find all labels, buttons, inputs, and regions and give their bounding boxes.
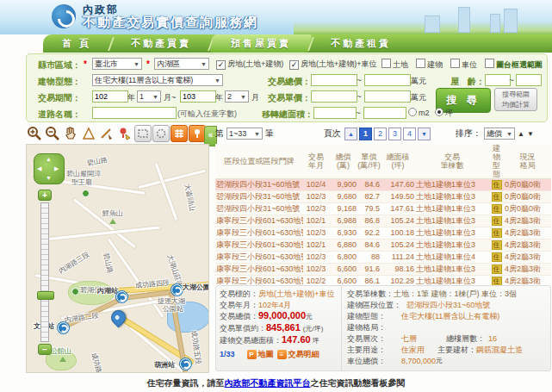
unit-price-min-input[interactable] [311,90,357,103]
wan-unit: 萬元 [411,76,426,87]
nav-tab-realestate-sale[interactable]: 不動產買賣 [112,34,210,53]
rect-select-icon[interactable] [134,125,152,142]
radio-ping[interactable]: 坪 [435,108,453,119]
map-road [73,198,136,248]
area-max-input[interactable] [363,107,406,119]
table-row[interactable]: 康寧段三小段601~630地號102/36,80088111.24土地1建物1車… [215,252,551,264]
map-label: 聖王廟 [71,177,92,187]
checkbox-parking[interactable]: 車位 [450,59,477,71]
period-year-from-input[interactable] [92,90,128,103]
checkbox-building[interactable]: 建物 [416,59,443,71]
date-value: 102年4月 [258,300,291,310]
map-pan-control[interactable]: ▲ ▼ ◀ ▶ [34,153,65,184]
cadastral-layer-icon[interactable] [171,125,188,142]
table-row[interactable]: 康寧段三小段601~630地號102/36,93092.2100.18土地1建物… [215,227,551,240]
sort-label: 排序： [456,128,481,140]
table-row[interactable]: 康寧段三小段601~630地號102/16,88084.6105.24土地1建物… [215,240,551,252]
col-total: 總價(萬) [329,144,357,179]
table-row[interactable]: 碧湖段四小段31~60地號102/39,68082.7149.50土地1建物1車… [215,191,551,203]
checkbox-icon [450,59,460,68]
nav-tab-home[interactable]: 首 頁 [43,34,110,53]
col-type: 建物型態 [489,144,504,179]
mountain-icon [59,357,66,362]
map-label: 碧山路 [102,252,115,274]
period-year-to-input[interactable] [180,90,216,103]
floors-label: 總樓層數： [446,333,485,344]
slider-handle[interactable] [37,291,54,300]
period-month-from-select[interactable]: 1▼ [137,90,161,103]
page-button-1[interactable]: 1 [359,128,372,140]
moi-platform-link[interactable]: 內政部不動產資訊平台 [225,378,311,388]
table-row[interactable]: 碧湖段四小段31~60地號102/49,90084.6147.60土地1建物1車… [215,179,551,191]
transaction-detail-button[interactable]: ≡交易明細 [277,349,319,359]
road-name-input[interactable] [92,107,177,119]
map-canvas[interactable]: 碧山路 碧山巖開漳 聖王廟 鯉魚山 大崙頭山 碧山路 內湖路三段 碧湖公園 內湖… [26,144,209,373]
pan-left-icon[interactable]: ◀ [37,165,41,172]
slider-zoom-out-button[interactable]: − [38,344,52,355]
table-row[interactable]: 碧湖段四小段31~60地號102/39,16879.5147.61土地1建物1車… [215,203,551,215]
main-nav: 首 頁 不動產買賣 預售屋買賣 不動產租賃 [43,34,552,53]
zoom-out-icon[interactable] [44,125,61,142]
total-price-max-input[interactable] [364,74,411,86]
slider-track[interactable] [40,202,49,342]
age-min-input[interactable] [485,74,511,86]
age-max-input[interactable] [516,74,542,86]
page-button-3[interactable]: 3 [388,128,401,140]
area-min-input[interactable] [313,107,357,119]
map-label: 鯉魚山 [102,208,123,218]
nav-tab-rent[interactable]: 不動產租賃 [312,34,410,53]
target-value: 房地(土地+建物)+車位 [258,289,335,299]
header-cityscape [294,5,552,34]
marker-tool-icon[interactable] [189,125,206,142]
radio-m2[interactable]: m2 [408,108,430,117]
target-label: 交易標的： [220,289,258,299]
sort-asc-button[interactable]: ▲ [518,130,524,138]
circle-select-icon[interactable] [152,125,170,142]
map-label: 內湖路二段 [64,310,99,324]
pan-right-icon[interactable]: ▶ [54,165,59,172]
temple-poi-icon [82,190,90,197]
pan-up-icon[interactable]: ▲ [46,156,52,162]
table-row[interactable]: 康寧段三小段601~630地號102/16,98886.8105.24土地1建物… [215,215,551,227]
poi-select-icon[interactable] [116,125,133,142]
range-average-button[interactable]: 搜尋範圍 均價計算 [494,88,537,111]
map-view-button[interactable]: P地圖 [247,349,274,359]
building-type-select[interactable]: 住宅大樓(11層含以上有電梯)▼ [92,74,223,86]
checkbox-land-building-parking[interactable]: ✓房地(土地+建物)+車位 [289,59,377,70]
map-label: 公館山 [51,346,71,356]
unit-price-max-input[interactable] [364,90,411,103]
page-down-button[interactable]: ▼ [418,128,431,140]
page-up-button[interactable]: ▲ [344,128,357,140]
map-road [155,163,178,221]
measure-distance-icon[interactable] [98,125,115,142]
sort-desc-button[interactable]: ▼ [527,130,534,138]
map-label: 內湖路三段 [57,250,91,277]
nav-tab-presale[interactable]: 預售屋買賣 [210,34,312,53]
transaction-detail-panel: 交易標的：房地(土地+建物)+車位 交易年月：102年4月 交易總價：99,00… [215,285,551,371]
checkbox-land[interactable]: 土地 [381,59,408,71]
sort-select[interactable]: 總價▼ [484,128,515,140]
checkbox-map-select-range[interactable]: 圖台框選範圍 [485,59,543,71]
district-select[interactable]: 內湖區▼ [154,58,209,70]
checkbox-land-building[interactable]: ✓房地(土地+建物) [216,59,283,70]
pan-hand-icon[interactable] [62,125,79,142]
measure-area-icon[interactable] [80,125,97,142]
row-range-select[interactable]: 1~33▼ [226,128,263,140]
page-button-4[interactable]: 4 [403,128,416,140]
btype-value: 住宅大樓(11層含以上有電梯) [401,311,499,321]
residential-badge: 住 [492,180,502,190]
site-header: 內政部 不動產交易實價查詢服務網 [0,0,552,34]
zoom-in-icon[interactable] [26,125,43,142]
county-select[interactable]: 臺北市▼ [92,58,142,70]
metro-station-icon [171,284,183,296]
table-row[interactable]: 康寧段三小段601~630地號102/36,60091.698.16土地1建物1… [215,264,551,276]
slider-zoom-in-button[interactable]: + [38,190,52,201]
use-label: 主要用途： [347,345,386,355]
site-title: 不動產交易實價查詢服務網 [83,15,258,31]
total-price-min-input[interactable] [311,74,357,86]
pan-down-icon[interactable]: ▼ [46,175,52,181]
age-label: 屋 齡： [450,76,485,88]
page-button-2[interactable]: 2 [374,128,387,140]
period-month-to-select[interactable]: 2▼ [225,90,249,103]
detail-right-column: 交易筆棟數：土地：1筆 建物：1棟(戶) 車位：3個 建物區段位置：碧湖段四小段… [342,286,550,370]
